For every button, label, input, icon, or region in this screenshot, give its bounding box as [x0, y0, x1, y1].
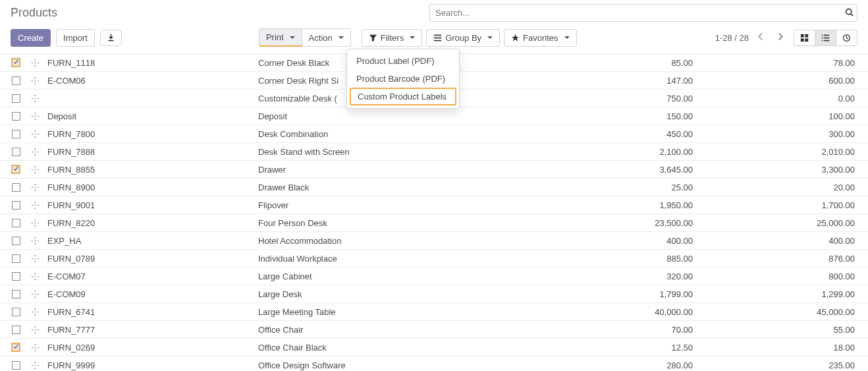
svg-point-0: [846, 9, 852, 14]
search-input[interactable]: [429, 4, 857, 22]
row-checkbox[interactable]: [12, 237, 20, 245]
row-cost: 2,010.00: [699, 147, 860, 157]
row-checkbox[interactable]: [12, 308, 20, 316]
print-menu-item[interactable]: Product Barcode (PDF): [347, 70, 459, 88]
filters-button[interactable]: Filters: [362, 29, 422, 47]
drag-handle-icon: [31, 148, 40, 156]
row-checkbox-cell: [7, 130, 25, 138]
row-product-name: Drawer Black: [258, 183, 541, 192]
row-reference: FURN_0789: [45, 254, 258, 264]
row-drag-handle[interactable]: [25, 112, 45, 121]
table-row[interactable]: FURN_7888Desk Stand with Screen2,100.002…: [0, 143, 868, 161]
group-by-button[interactable]: Group By: [426, 29, 500, 47]
table-row[interactable]: FURN_9999Office Design Software280.00235…: [0, 357, 868, 371]
table-row[interactable]: FURN_8855Drawer3,645.003,300.00: [0, 161, 868, 179]
table-row[interactable]: FURN_8220Four Person Desk23,500.0025,000…: [0, 214, 868, 232]
row-drag-handle[interactable]: [25, 272, 45, 281]
row-checkbox[interactable]: [12, 94, 20, 103]
row-sales-price: 885.00: [541, 254, 699, 264]
row-cost: 235.00: [699, 360, 860, 370]
search-icon[interactable]: [845, 8, 854, 18]
row-drag-handle[interactable]: [25, 237, 45, 245]
row-drag-handle[interactable]: [25, 165, 45, 174]
row-checkbox[interactable]: [12, 272, 20, 281]
table-row[interactable]: FURN_0269Office Chair Black12.5018.00: [0, 339, 868, 357]
view-activity-button[interactable]: [836, 30, 857, 46]
row-sales-price: 400.00: [541, 236, 699, 246]
table-row[interactable]: E-COM07Large Cabinet320.00800.00: [0, 268, 868, 285]
row-checkbox[interactable]: [11, 58, 20, 67]
row-drag-handle[interactable]: [25, 76, 45, 85]
row-drag-handle[interactable]: [25, 219, 45, 227]
pager-prev[interactable]: [754, 30, 768, 45]
drag-handle-icon: [31, 343, 40, 352]
row-drag-handle[interactable]: [25, 183, 45, 192]
row-sales-price: 23,500.00: [541, 218, 699, 228]
row-product-name: Office Chair: [258, 325, 541, 335]
row-checkbox-cell: [7, 361, 25, 370]
table-row[interactable]: FURN_9001Flipover1,950.001,700.00: [0, 196, 868, 214]
row-checkbox-cell: [7, 94, 25, 103]
row-drag-handle[interactable]: [25, 130, 45, 138]
svg-rect-7: [805, 34, 808, 37]
row-drag-handle[interactable]: [25, 308, 45, 316]
row-sales-price: 40,000.00: [541, 307, 699, 317]
row-checkbox-cell: [7, 201, 25, 210]
row-drag-handle[interactable]: [25, 361, 45, 370]
row-checkbox[interactable]: [12, 201, 20, 210]
row-drag-handle[interactable]: [25, 290, 45, 299]
row-sales-price: 1,950.00: [541, 200, 699, 210]
row-drag-handle[interactable]: [25, 94, 45, 103]
print-menu-button[interactable]: Print: [259, 28, 302, 47]
row-checkbox[interactable]: [11, 343, 20, 352]
print-menu-item[interactable]: Product Label (PDF): [347, 52, 459, 70]
row-checkbox[interactable]: [12, 219, 20, 227]
row-product-name: Individual Workplace: [258, 254, 541, 264]
table-row[interactable]: FURN_0789Individual Workplace885.00876.0…: [0, 250, 868, 268]
print-menu-item-highlighted[interactable]: Custom Product Labels: [350, 88, 456, 105]
row-checkbox[interactable]: [12, 76, 20, 85]
row-checkbox-cell: [7, 183, 25, 192]
row-checkbox[interactable]: [12, 326, 20, 334]
create-button[interactable]: Create: [11, 29, 51, 47]
row-checkbox[interactable]: [12, 130, 20, 138]
row-reference: E-COM06: [45, 76, 258, 86]
import-button[interactable]: Import: [56, 29, 95, 47]
row-checkbox[interactable]: [12, 112, 20, 121]
view-kanban-button[interactable]: [794, 30, 815, 46]
table-row[interactable]: DepositDeposit150.00100.00: [0, 107, 868, 125]
row-checkbox[interactable]: [12, 361, 20, 370]
pager: 1-28 / 28: [715, 30, 787, 45]
table-row[interactable]: E-COM09Large Desk1,799.001,299.00: [0, 285, 868, 303]
table-row[interactable]: FURN_7777Office Chair70.0055.00: [0, 321, 868, 339]
row-checkbox[interactable]: [12, 254, 20, 263]
row-drag-handle[interactable]: [25, 201, 45, 210]
favorites-button[interactable]: Favorites: [504, 29, 576, 47]
row-checkbox[interactable]: [12, 148, 20, 156]
row-sales-price: 750.00: [541, 94, 699, 103]
row-drag-handle[interactable]: [25, 148, 45, 156]
pager-next[interactable]: [773, 30, 787, 45]
row-checkbox[interactable]: [12, 290, 20, 299]
row-reference: FURN_6741: [45, 307, 258, 317]
view-list-button[interactable]: [815, 30, 836, 46]
table-row[interactable]: FURN_8900Drawer Black25.0020.00: [0, 179, 868, 196]
table-row[interactable]: FURN_6741Large Meeting Table40,000.0045,…: [0, 303, 868, 321]
table-row[interactable]: EXP_HAHotel Accommodation400.00400.00: [0, 232, 868, 250]
row-checkbox-cell: [7, 343, 25, 352]
row-sales-price: 12.50: [541, 343, 699, 353]
row-drag-handle[interactable]: [25, 326, 45, 334]
row-drag-handle[interactable]: [25, 59, 45, 67]
row-drag-handle[interactable]: [25, 343, 45, 352]
table-row[interactable]: FURN_7800Desk Combination450.00300.00: [0, 125, 868, 143]
action-menu-button[interactable]: Action: [302, 28, 351, 47]
row-checkbox[interactable]: [11, 165, 20, 174]
clock-icon: [842, 34, 851, 42]
download-icon: [107, 34, 115, 42]
row-cost: 3,300.00: [699, 165, 860, 175]
row-reference: FURN_9999: [45, 360, 258, 370]
download-button[interactable]: [100, 30, 122, 46]
row-reference: FURN_0269: [45, 343, 258, 353]
row-checkbox[interactable]: [12, 183, 20, 192]
row-drag-handle[interactable]: [25, 254, 45, 263]
